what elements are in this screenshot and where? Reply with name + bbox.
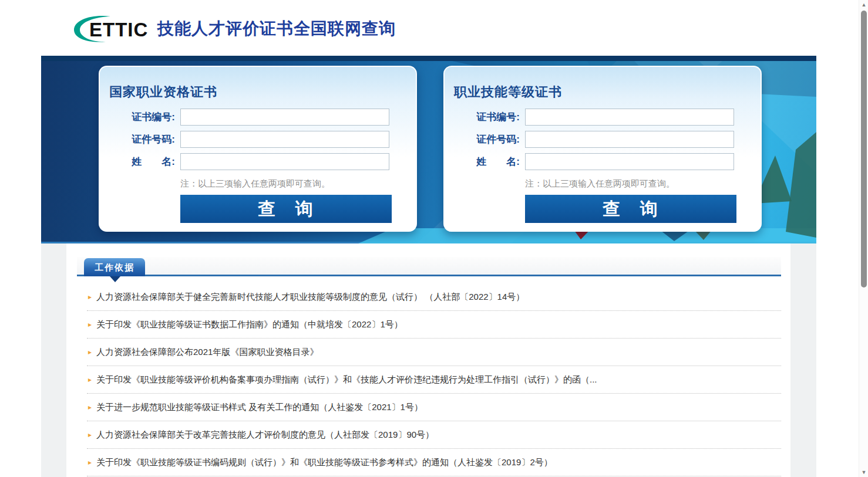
form-row: 证件号码: [100, 130, 416, 148]
document-link: 人力资源社会保障部关于改革完善技能人才评价制度的意见（人社部发〔2019〕90号… [96, 429, 434, 439]
name-input[interactable] [180, 153, 389, 170]
id-number-label: 证件号码: [445, 133, 525, 146]
banner: 国家职业资格证书 证书编号: 证件号码: 姓 名: 注：以上三项输入任意两项即可… [41, 56, 816, 243]
tab-work-basis[interactable]: 工作依据 [84, 258, 145, 276]
list-item[interactable]: ▸人力资源社会保障部公布2021年版《国家职业资格目录》 [87, 339, 781, 366]
query-button[interactable]: 查 询 [525, 195, 736, 223]
query-hint: 注：以上三项输入任意两项即可查询。 [180, 178, 330, 190]
tab-strip: 工作依据 [77, 257, 781, 276]
bullet-arrow-icon: ▸ [88, 293, 92, 301]
bullet-arrow-icon: ▸ [88, 431, 92, 439]
tab-pointer-icon [110, 276, 120, 282]
content-panel: 工作依据 ▸人力资源社会保障部关于健全完善新时代技能人才职业技能等级制度的意见（… [66, 243, 790, 477]
list-item[interactable]: ▸关于印发《职业技能等级评价机构备案事项办理指南（试行）》和《技能人才评价违纪违… [87, 366, 781, 394]
bullet-arrow-icon: ▸ [88, 375, 92, 384]
scroll-down-icon[interactable]: ▼ [859, 468, 868, 477]
document-link: 人力资源社会保障部关于健全完善新时代技能人才职业技能等级制度的意见（试行） （人… [96, 292, 524, 302]
bullet-arrow-icon: ▸ [88, 458, 92, 466]
bullet-arrow-icon: ▸ [88, 348, 92, 356]
certificate-no-label: 证书编号: [445, 110, 525, 124]
document-link: 关于印发《职业技能等级评价机构备案事项办理指南（试行）》和《技能人才评价违纪违规… [96, 374, 597, 384]
certificate-no-label: 证书编号: [100, 110, 180, 124]
query-hint: 注：以上三项输入任意两项即可查询。 [525, 178, 675, 190]
bullet-arrow-icon: ▸ [88, 403, 92, 411]
lower-section: 工作依据 ▸人力资源社会保障部关于健全完善新时代技能人才职业技能等级制度的意见（… [41, 243, 816, 477]
document-link: 关于印发《职业技能等级证书数据工作指南》的通知（中就培发〔2022〕1号） [96, 319, 403, 329]
document-link: 人力资源社会保障部公布2021年版《国家职业资格目录》 [96, 347, 318, 357]
list-item[interactable]: ▸人力资源社会保障部关于改革完善技能人才评价制度的意见（人社部发〔2019〕90… [87, 421, 781, 449]
certificate-no-input[interactable] [525, 109, 734, 126]
form-row: 姓 名: [100, 153, 416, 171]
name-label: 姓 名: [100, 155, 180, 168]
list-item[interactable]: ▸关于进一步规范职业技能等级证书样式 及有关工作的通知（人社鉴发〔2021〕1号… [87, 394, 781, 421]
list-item[interactable]: ▸人力资源社会保障部关于健全完善新时代技能人才职业技能等级制度的意见（试行） （… [87, 283, 781, 311]
id-number-label: 证件号码: [100, 133, 180, 146]
document-list: ▸人力资源社会保障部关于健全完善新时代技能人才职业技能等级制度的意见（试行） （… [87, 283, 781, 476]
list-item[interactable]: ▸关于印发《职业技能等级证书编码规则（试行）》和《职业技能等级证书参考样式》的通… [87, 449, 781, 476]
form-row: 证书编号: [100, 108, 416, 126]
query-form: 证书编号: 证件号码: 姓 名: [445, 108, 761, 175]
page-title: 技能人才评价证书全国联网查询 [157, 18, 396, 40]
document-link: 关于印发《职业技能等级证书编码规则（试行）》和《职业技能等级证书参考样式》的通知… [96, 457, 553, 467]
national-qualification-panel: 国家职业资格证书 证书编号: 证件号码: 姓 名: 注：以上三项输入任意两项即可… [99, 66, 417, 232]
page: ETTIC 技能人才评价证书全国联网查询 国家职业资格证书 证书编号: [0, 0, 868, 477]
logo-text: ETTIC [89, 19, 148, 41]
id-number-input[interactable] [180, 131, 389, 148]
name-input[interactable] [525, 153, 734, 170]
vertical-scrollbar[interactable]: ▲ ▼ [859, 0, 868, 477]
form-row: 姓 名: [445, 153, 761, 171]
scrollbar-thumb[interactable] [861, 11, 867, 287]
site-header: ETTIC 技能人才评价证书全国联网查询 [0, 0, 859, 56]
form-row: 证件号码: [445, 130, 761, 148]
query-button[interactable]: 查 询 [180, 195, 392, 223]
panel-heading: 职业技能等级证书 [454, 83, 562, 101]
list-item[interactable]: ▸关于印发《职业技能等级证书数据工作指南》的通知（中就培发〔2022〕1号） [87, 311, 781, 339]
skill-level-panel: 职业技能等级证书 证书编号: 证件号码: 姓 名: 注：以上三项输入任意两项即可… [443, 66, 762, 232]
bullet-arrow-icon: ▸ [88, 320, 92, 329]
name-label: 姓 名: [445, 155, 525, 168]
id-number-input[interactable] [525, 131, 734, 148]
certificate-no-input[interactable] [180, 109, 389, 126]
document-link: 关于进一步规范职业技能等级证书样式 及有关工作的通知（人社鉴发〔2021〕1号） [96, 402, 423, 412]
query-form: 证书编号: 证件号码: 姓 名: [100, 108, 416, 175]
panel-heading: 国家职业资格证书 [109, 83, 217, 101]
scroll-up-icon[interactable]: ▲ [859, 0, 868, 9]
cettic-logo: ETTIC [69, 13, 154, 45]
form-row: 证书编号: [445, 108, 761, 126]
